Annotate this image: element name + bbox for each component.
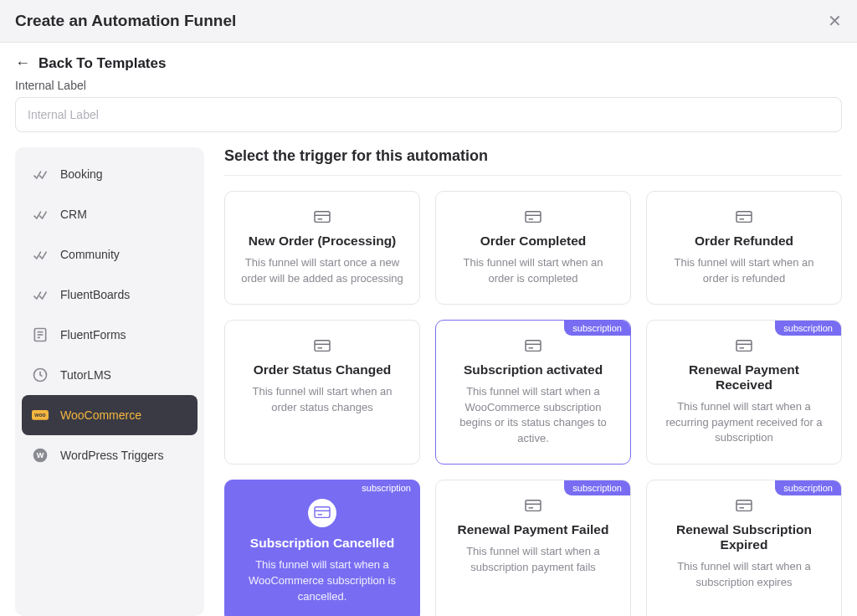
order-icon [735,339,753,354]
close-icon: ✕ [828,12,842,30]
sidebar-item-crm[interactable]: CRM [22,194,198,234]
svg-rect-21 [526,340,541,351]
trigger-card[interactable]: subscriptionRenewal Payment ReceivedThis… [646,320,842,465]
trigger-card[interactable]: Order CompletedThis funnel will start wh… [435,191,631,305]
subscription-badge: subscription [775,321,841,336]
sidebar-item-label: CRM [60,208,87,221]
sidebar-item-label: TutorLMS [60,368,111,382]
modal-header: Create an Automation Funnel ✕ [0,0,857,43]
sidebar-item-booking[interactable]: Booking [22,154,198,194]
trigger-card-description: This funnel will start when an order is … [451,255,615,287]
internal-label-fieldlabel: Internal Label [0,79,857,97]
order-icon [313,339,331,354]
sidebar-item-label: Community [60,248,120,261]
trigger-card-description: This funnel will start when a recurring … [662,399,826,447]
back-label[interactable]: Back To Templates [38,55,166,72]
tutor-icon [32,367,49,383]
sidebar-item-tutorlms[interactable]: TutorLMS [22,355,198,395]
internal-label-input[interactable] [15,97,842,132]
svg-rect-30 [526,501,541,511]
trigger-cards-grid: New Order (Processing)This funnel will s… [224,191,842,616]
wp-icon: W [32,447,49,464]
trigger-card[interactable]: Order RefundedThis funnel will start whe… [646,191,842,305]
check-icon [32,206,49,223]
subscription-badge: subscription [775,480,841,495]
svg-text:W: W [37,451,44,459]
svg-text:woo: woo [33,412,45,418]
order-icon [735,210,753,225]
subscription-badge: subscription [564,480,630,495]
woo-icon: woo [32,407,49,424]
trigger-card-title: New Order (Processing) [240,234,404,249]
trigger-card[interactable]: New Order (Processing)This funnel will s… [224,191,420,305]
svg-rect-18 [315,340,330,351]
sidebar-item-woocommerce[interactable]: wooWooCommerce [22,395,198,435]
svg-rect-9 [315,212,330,223]
sidebar-item-label: FluentBoards [60,288,130,301]
trigger-category-sidebar: BookingCRMCommunityFluentBoardsFluentFor… [15,147,204,616]
trigger-card-title: Subscription activated [451,362,615,377]
sidebar-item-label: WooCommerce [60,408,141,422]
sidebar-item-fluentboards[interactable]: FluentBoards [22,275,198,315]
svg-rect-27 [315,507,330,518]
check-icon [32,166,49,182]
trigger-card-title: Subscription Cancelled [240,536,404,551]
sidebar-item-label: FluentForms [60,328,126,341]
trigger-card-description: This funnel will start when a subscripti… [662,559,826,591]
trigger-card[interactable]: subscriptionSubscription activatedThis f… [435,320,631,465]
check-icon [32,246,49,263]
trigger-card-title: Order Status Changed [240,362,404,377]
subscription-badge: subscription [353,480,419,495]
trigger-card[interactable]: subscriptionSubscription CancelledThis f… [224,480,420,616]
sidebar-item-label: Booking [60,167,103,181]
order-icon [524,499,542,514]
sidebar-item-wordpress-triggers[interactable]: WWordPress Triggers [22,435,198,475]
subscription-badge: subscription [564,321,630,336]
arrow-left-icon: ← [15,54,30,71]
back-row: ← Back To Templates [0,43,857,79]
trigger-card-title: Renewal Payment Failed [451,522,615,537]
close-button[interactable]: ✕ [828,13,842,29]
sidebar-item-community[interactable]: Community [22,234,198,275]
section-title: Select the trigger for this automation [224,147,842,176]
trigger-card-title: Order Refunded [662,234,826,249]
trigger-card[interactable]: subscriptionRenewal Payment FailedThis f… [435,480,631,616]
trigger-card-description: This funnel will start when a WooCommerc… [451,384,615,447]
back-button[interactable]: ← [15,54,30,72]
order-icon [308,499,336,527]
trigger-card-description: This funnel will start when an order sta… [240,384,404,416]
trigger-card-title: Order Completed [451,234,615,249]
svg-rect-15 [736,212,752,223]
trigger-card-title: Renewal Subscription Expired [662,522,826,552]
order-icon [735,499,753,514]
trigger-card[interactable]: Order Status ChangedThis funnel will sta… [224,320,420,465]
form-icon [32,326,49,343]
svg-rect-33 [736,501,752,511]
sidebar-item-fluentforms[interactable]: FluentForms [22,315,198,355]
svg-rect-12 [526,212,541,223]
order-icon [524,210,542,225]
trigger-main: Select the trigger for this automation N… [224,147,842,616]
modal-title: Create an Automation Funnel [15,12,236,30]
content-area: BookingCRMCommunityFluentBoardsFluentFor… [0,147,857,616]
trigger-card-description: This funnel will start when a subscripti… [451,544,615,576]
order-icon [313,210,331,225]
trigger-card-description: This funnel will start when a WooCommerc… [240,557,404,605]
check-icon [32,286,49,303]
sidebar-item-label: WordPress Triggers [60,449,163,462]
order-icon [524,339,542,354]
trigger-card-description: This funnel will start when an order is … [662,255,826,287]
trigger-card[interactable]: subscriptionRenewal Subscription Expired… [646,480,842,616]
trigger-card-description: This funnel will start once a new order … [240,255,404,287]
trigger-card-title: Renewal Payment Received [662,362,826,393]
svg-rect-24 [736,340,752,351]
